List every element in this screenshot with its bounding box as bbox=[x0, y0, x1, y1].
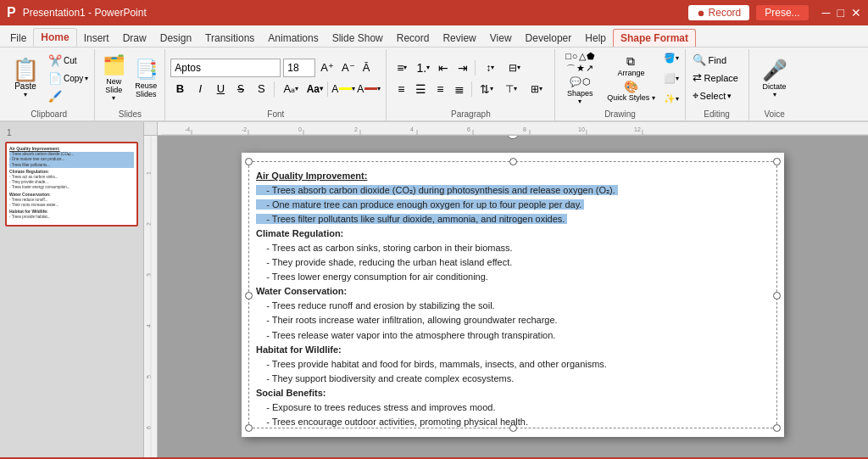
paragraph-label: Paragraph bbox=[387, 109, 554, 119]
slide-canvas[interactable]: ↻ Air Q bbox=[242, 153, 784, 437]
justify-btn[interactable]: ≣ bbox=[450, 80, 469, 98]
text-box[interactable]: Air Quality Improvement: - Trees absorb … bbox=[248, 161, 777, 428]
columns-btn[interactable]: ⊟▾ bbox=[503, 59, 526, 77]
close-btn[interactable]: ✕ bbox=[851, 6, 861, 20]
shapes-btn[interactable]: □○△ ⬟⌒★ ↗💬⬡ Shapes ▾ bbox=[559, 53, 601, 104]
increase-font-btn[interactable]: A⁺ bbox=[318, 60, 337, 75]
shape-fill-btn[interactable]: 🪣▾ bbox=[661, 48, 682, 67]
align-right-btn[interactable]: ≡ bbox=[431, 80, 449, 98]
decrease-font-btn[interactable]: A⁻ bbox=[339, 60, 358, 75]
underline-btn[interactable]: U bbox=[211, 80, 230, 98]
slide-preview-content: Air Quality Improvement: - Trees absorb … bbox=[9, 146, 134, 222]
numbering-btn[interactable]: 1.▾ bbox=[413, 59, 433, 77]
cut-btn[interactable]: ✂️Cut bbox=[46, 52, 91, 69]
highlight-color-btn[interactable]: A▾ bbox=[331, 80, 355, 98]
ribbon-group-paragraph: ≡▾ 1.▾ ⇤ ⇥ ↕▾ ⊟▾ ≡ ☰ ≡ ≣ ⇅▾ ⊤▾ ⊞▾ Paragr… bbox=[387, 49, 555, 120]
drawing-label: Drawing bbox=[555, 109, 684, 119]
tab-draw[interactable]: Draw bbox=[116, 30, 153, 47]
dictate-btn[interactable]: 🎤 Dictate ▾ bbox=[754, 53, 796, 104]
arrange-btn[interactable]: ⧉ Arrange bbox=[604, 53, 658, 77]
font-label: Font bbox=[165, 109, 386, 119]
increase-indent-btn[interactable]: ⇥ bbox=[453, 59, 472, 77]
change-case-btn[interactable]: Aa▾ bbox=[305, 80, 324, 98]
replace-btn[interactable]: ⇄Replace bbox=[689, 70, 745, 86]
svg-text:4: 4 bbox=[410, 126, 414, 132]
align-left-btn[interactable]: ≡ bbox=[392, 80, 410, 98]
strikethrough-btn[interactable]: S̶ bbox=[231, 80, 250, 98]
text-direction-btn[interactable]: ⇅▾ bbox=[475, 80, 498, 98]
line-spacing-btn[interactable]: ↕▾ bbox=[478, 59, 502, 77]
present-btn[interactable]: Prese... bbox=[756, 5, 808, 20]
decrease-indent-btn[interactable]: ⇤ bbox=[434, 59, 453, 77]
tab-developer[interactable]: Developer bbox=[519, 30, 579, 47]
slide-text-content: Air Quality Improvement: - Trees absorb … bbox=[256, 169, 770, 429]
tab-slideshow[interactable]: Slide Show bbox=[326, 30, 390, 47]
svg-text:-2: -2 bbox=[242, 126, 247, 132]
find-btn[interactable]: 🔍Find bbox=[689, 52, 745, 68]
handle-bl[interactable] bbox=[245, 424, 253, 432]
voice-label: Voice bbox=[749, 109, 800, 119]
quick-styles-btn[interactable]: 🎨 Quick Styles ▾ bbox=[604, 79, 658, 103]
tab-animations[interactable]: Animations bbox=[261, 30, 325, 47]
shape-effects-btn[interactable]: ✨▾ bbox=[661, 89, 682, 108]
new-slide-btn[interactable]: 🗂️ NewSlide ▾ bbox=[98, 51, 129, 105]
copy-btn[interactable]: 📄Copy▾ bbox=[46, 70, 91, 87]
svg-text:10: 10 bbox=[578, 126, 585, 132]
svg-text:0: 0 bbox=[298, 126, 302, 132]
bold-btn[interactable]: B bbox=[170, 80, 189, 98]
app-logo-icon: P bbox=[7, 5, 16, 20]
tab-transitions[interactable]: Transitions bbox=[198, 30, 261, 47]
handle-tm[interactable] bbox=[509, 158, 517, 165]
smartart-btn[interactable]: ⊞▾ bbox=[524, 80, 549, 98]
align-text-btn[interactable]: ⊤▾ bbox=[499, 80, 523, 98]
reuse-slides-btn[interactable]: 📑 ReuseSlides bbox=[131, 51, 161, 105]
select-btn[interactable]: ⌖Select▾ bbox=[689, 87, 745, 104]
maximize-btn[interactable]: □ bbox=[837, 6, 844, 20]
svg-text:2: 2 bbox=[354, 126, 358, 132]
minimize-btn[interactable]: ─ bbox=[822, 6, 831, 20]
shapes-grid: □○△ ⬟⌒★ ↗💬⬡ Shapes ▾ bbox=[559, 53, 601, 104]
ribbon-group-slides: 🗂️ NewSlide ▾ 📑 ReuseSlides Slides bbox=[95, 49, 165, 120]
svg-text:8: 8 bbox=[523, 126, 526, 132]
tab-home[interactable]: Home bbox=[33, 28, 76, 47]
rotate-handle[interactable]: ↻ bbox=[507, 136, 519, 139]
font-size-input[interactable] bbox=[283, 59, 315, 77]
shape-outline-btn[interactable]: ⬜▾ bbox=[661, 69, 682, 87]
format-painter-btn[interactable]: 🖌️ bbox=[46, 87, 91, 104]
ribbon-group-editing: 🔍Find ⇄Replace ⌖Select▾ Editing bbox=[686, 49, 749, 120]
tab-file[interactable]: File bbox=[3, 30, 33, 47]
record-title-btn[interactable]: ⏺ Record bbox=[688, 5, 750, 20]
handle-tl[interactable] bbox=[245, 158, 253, 165]
tab-shape-format[interactable]: Shape Format bbox=[613, 29, 696, 47]
align-center-btn[interactable]: ☰ bbox=[411, 80, 430, 98]
slide-thumbnail[interactable]: Air Quality Improvement: - Trees absorb … bbox=[5, 142, 138, 227]
slides-label: Slides bbox=[95, 109, 164, 119]
handle-br[interactable] bbox=[773, 424, 781, 432]
slide-number-label: 1 bbox=[5, 127, 138, 138]
file-name: Presentation1 - PowerPoint bbox=[23, 7, 147, 19]
clear-formatting-btn[interactable]: Ā bbox=[360, 60, 373, 75]
handle-mr[interactable] bbox=[773, 292, 781, 299]
ribbon-group-clipboard: 📋 Paste ▾ ✂️Cut 📄Copy▾ 🖌️ Clipboard bbox=[3, 49, 95, 120]
tab-review[interactable]: Review bbox=[436, 30, 482, 47]
ribbon-group-drawing: □○△ ⬟⌒★ ↗💬⬡ Shapes ▾ ⧉ Arrange 🎨 Quick S… bbox=[555, 49, 685, 120]
paste-btn[interactable]: 📋 Paste ▾ bbox=[7, 51, 44, 105]
ruler-horizontal: -4 -2 0 2 4 6 8 10 12 bbox=[144, 122, 868, 136]
tab-view[interactable]: View bbox=[483, 30, 519, 47]
tab-help[interactable]: Help bbox=[578, 30, 613, 47]
char-spacing-btn[interactable]: Aₐ▾ bbox=[278, 80, 303, 98]
handle-tr[interactable] bbox=[773, 158, 781, 165]
handle-bm[interactable] bbox=[509, 424, 517, 432]
tab-insert[interactable]: Insert bbox=[77, 30, 116, 47]
tab-record[interactable]: Record bbox=[390, 30, 437, 47]
font-color-btn[interactable]: A▾ bbox=[357, 80, 381, 98]
italic-btn[interactable]: I bbox=[191, 80, 209, 98]
ribbon-group-font: A⁺ A⁻ Ā B I U S̶ S Aₐ▾ Aa▾ A▾ A▾ Font bbox=[165, 49, 387, 120]
canvas-area: -4 -2 0 2 4 6 8 10 12 bbox=[144, 122, 868, 457]
handle-ml[interactable] bbox=[245, 292, 253, 299]
svg-text:6: 6 bbox=[467, 126, 470, 132]
bullets-btn[interactable]: ≡▾ bbox=[392, 59, 412, 77]
tab-design[interactable]: Design bbox=[153, 30, 198, 47]
font-family-input[interactable] bbox=[170, 59, 281, 77]
text-shadow-btn[interactable]: S bbox=[252, 80, 270, 98]
